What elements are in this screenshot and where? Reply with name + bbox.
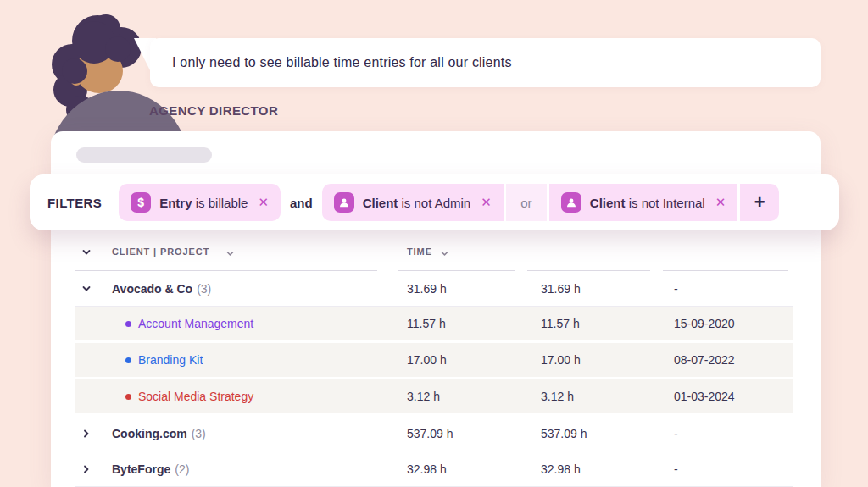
billable-time-cell: 3.12 h (541, 390, 674, 403)
project-color-dot (125, 321, 131, 327)
speech-text: I only need to see billable time entries… (172, 55, 512, 70)
time-cell: 32.98 h (407, 462, 541, 476)
and-connector: and (290, 196, 313, 210)
header-underline (75, 270, 377, 271)
date-cell: 08-07-2022 (674, 353, 793, 367)
client-name-cell: Cooking.com(3) (112, 427, 407, 440)
time-cell: 31.69 h (407, 282, 541, 296)
filter-chip-client-not-internal[interactable]: Client is not Internal ✕ (549, 184, 737, 221)
or-connector: or (506, 184, 547, 221)
client-name-cell: ByteForge(2) (112, 462, 407, 476)
time-cell: 537.09 h (407, 427, 541, 440)
date-cell: - (674, 462, 793, 476)
table-row-client-cooking[interactable]: Cooking.com(3) 537.09 h 537.09 h - (75, 416, 793, 451)
project-color-dot (125, 394, 131, 400)
speech-bubble: I only need to see billable time entries… (150, 38, 821, 87)
client-project-column-header[interactable]: CLIENT | PROJECT (112, 246, 209, 257)
filter-chip-group: Client is not Admin ✕ or Client is not I… (322, 184, 780, 221)
header-underline (663, 270, 788, 271)
billable-time-cell: 31.69 h (541, 282, 674, 296)
expand-chevron-icon[interactable] (75, 464, 112, 474)
table-row-client-avocado[interactable]: Avocado & Co(3) 31.69 h 31.69 h - (75, 271, 793, 307)
time-cell: 17.00 h (407, 353, 541, 367)
speaker-label: AGENCY DIRECTOR (149, 103, 278, 118)
table-row-project-branding-kit[interactable]: Branding Kit 17.00 h 17.00 h 08-07-2022 (75, 343, 793, 379)
date-cell: 15-09-2020 (674, 317, 793, 330)
table-row-client-byteforge[interactable]: ByteForge(2) 32.98 h 32.98 h - (75, 451, 793, 487)
project-count: (3) (192, 427, 206, 440)
table-header-row: CLIENT | PROJECT TIME (75, 239, 793, 271)
billable-time-cell: 537.09 h (541, 427, 674, 440)
client-column-dropdown-icon[interactable] (225, 249, 235, 260)
remove-filter-icon[interactable]: ✕ (481, 195, 492, 210)
time-column-header[interactable]: TIME (407, 246, 432, 257)
person-icon (561, 192, 581, 213)
person-icon (334, 192, 354, 213)
project-count: (2) (175, 462, 189, 476)
project-link[interactable]: Social Media Strategy (112, 390, 407, 403)
time-cell: 11.57 h (407, 317, 541, 330)
date-cell: 01-03-2024 (674, 390, 793, 403)
time-column-dropdown-icon[interactable] (440, 249, 449, 260)
billable-time-cell: 32.98 h (541, 462, 674, 476)
date-cell: - (674, 427, 793, 440)
header-underline (398, 270, 515, 271)
filter-chip-entry-billable[interactable]: $ Entry is billable ✕ (119, 184, 281, 221)
client-name-cell: Avocado & Co(3) (112, 282, 407, 296)
project-link[interactable]: Account Management (112, 317, 407, 330)
time-report-table: CLIENT | PROJECT TIME Avocado & Co(3) 31… (75, 239, 793, 487)
billable-time-cell: 11.57 h (541, 317, 674, 330)
expand-chevron-icon[interactable] (75, 429, 112, 439)
project-color-dot (125, 357, 131, 363)
billable-time-cell: 17.00 h (541, 353, 674, 367)
collapse-chevron-icon[interactable] (75, 284, 112, 294)
add-filter-button[interactable]: + (740, 184, 779, 221)
filter-chip-client-not-admin[interactable]: Client is not Admin ✕ (322, 184, 504, 221)
filters-label: FILTERS (47, 196, 102, 210)
remove-filter-icon[interactable]: ✕ (258, 195, 269, 210)
table-row-project-social-media-strategy[interactable]: Social Media Strategy 3.12 h 3.12 h 01-0… (75, 379, 793, 416)
time-cell: 3.12 h (407, 390, 541, 403)
filters-bar: FILTERS $ Entry is billable ✕ and Client… (30, 174, 839, 230)
table-row-project-account-management[interactable]: Account Management 11.57 h 11.57 h 15-09… (75, 307, 793, 343)
skeleton-placeholder (76, 147, 212, 163)
expand-all-chevron-icon[interactable] (81, 247, 92, 259)
remove-filter-icon[interactable]: ✕ (715, 195, 726, 210)
project-count: (3) (197, 282, 211, 296)
header-underline (527, 270, 650, 271)
date-cell: - (674, 282, 793, 296)
project-link[interactable]: Branding Kit (112, 353, 407, 367)
dollar-icon: $ (131, 192, 151, 213)
